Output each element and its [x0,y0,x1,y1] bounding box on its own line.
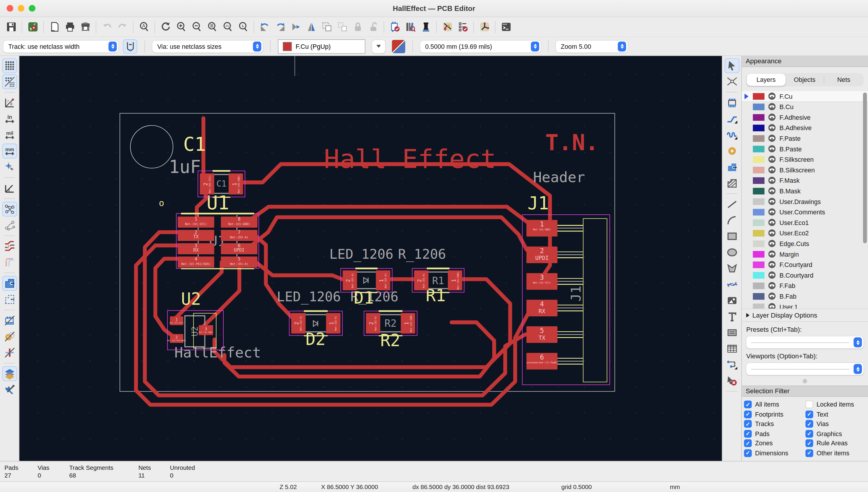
checkbox-checked-icon[interactable] [744,430,752,438]
units-mm-button[interactable]: mm [2,143,17,158]
r1-pad-2[interactable]: 2Net-(D1-K) [414,270,429,290]
crosshair-cursor-button[interactable] [2,159,17,175]
c1-pad-2[interactable]: 2Net-(U1-VCC) [200,173,214,194]
filter-graphics[interactable]: Graphics [805,430,866,438]
highlight-net-button[interactable] [725,74,739,89]
grid-size-select[interactable]: 0.5000 mm (19.69 mils) [420,40,541,52]
presets-select[interactable] [746,337,864,349]
filter-dimensions[interactable]: Dimensions [744,449,804,457]
add-table-button[interactable] [725,341,739,356]
visibility-eye-icon[interactable] [768,219,775,226]
layer-swatch[interactable] [753,293,764,299]
checkbox-checked-icon[interactable] [805,410,813,418]
add-image-button[interactable] [725,293,739,308]
group-button[interactable] [319,19,334,34]
r1-footprint-name[interactable]: R_1206 [398,248,446,261]
board-title-text[interactable]: Hall Effect [324,146,496,172]
layer-row-bmask[interactable]: B.Mask [742,186,868,197]
layer-swatch[interactable] [753,177,764,184]
undo-button[interactable] [99,19,114,34]
layer-row-user1[interactable]: User.1 [742,301,868,309]
r2-pad-1[interactable]: 1Net-(U1-GND) [401,313,415,334]
units-mils-button[interactable]: mil [2,127,17,143]
filter-other-items[interactable]: Other items [805,449,866,457]
filter-zones[interactable]: Zones [744,440,804,447]
visibility-eye-icon[interactable] [768,135,775,142]
ungroup-button[interactable] [335,19,350,34]
sketch-tracks-button[interactable] [2,345,17,360]
j1-pad-3[interactable]: 3Net-(U1-VCC) [526,273,557,290]
header-label[interactable]: Header [533,170,585,184]
u1-pad-8[interactable]: 8Net-(U1-GND) [221,217,258,228]
layer-swatch[interactable] [753,251,764,257]
grid-overrides-button[interactable] [2,74,17,89]
constrain-45-button[interactable] [2,181,17,196]
u2-pad-1[interactable]: 1Net-(U1-VCC) [170,316,183,325]
layer-row-bcourtyard[interactable]: B.Courtyard [742,270,868,280]
zoom-fit-objects-button[interactable] [220,19,235,34]
c1-pad-1[interactable]: 1Net-(U1-GND) [229,173,243,194]
page-settings-button[interactable] [46,19,62,34]
layers-scrollbar[interactable] [863,93,867,244]
layer-swatch[interactable] [753,272,764,278]
tab-nets[interactable]: Nets [824,74,863,86]
visibility-eye-icon[interactable] [768,145,775,153]
j1-pad-4[interactable]: 4RX [526,300,557,316]
unlock-button[interactable] [365,19,381,34]
add-dimension-button[interactable] [725,358,739,372]
checkbox-checked-icon[interactable] [744,440,752,447]
layer-row-fcu[interactable]: F.Cu [742,91,868,102]
footprint-checker-button[interactable] [387,19,402,34]
flip-board-view-button[interactable] [288,19,303,34]
lock-button[interactable] [350,19,365,34]
u1-pad-5[interactable]: 5Net-(D1-A) [221,257,258,268]
draw-bezier-button[interactable] [725,277,739,292]
zone-outlines-button[interactable] [2,292,17,307]
rotate-ccw-button[interactable] [257,19,272,34]
zoom-to-selection-button[interactable] [235,19,251,34]
show-grid-button[interactable] [2,58,17,73]
visibility-eye-icon[interactable] [768,156,775,163]
layer-swatch[interactable] [753,304,764,309]
layer-row-usereco2[interactable]: User.Eco2 [742,228,868,239]
mirror-button[interactable] [304,19,319,34]
visibility-eye-icon[interactable] [768,240,775,247]
visibility-eye-icon[interactable] [768,293,775,300]
rotate-cw-button[interactable] [272,19,288,34]
draw-polygon-button[interactable] [725,261,739,276]
viewports-select[interactable] [746,363,864,375]
filter-tracks[interactable]: Tracks [744,420,804,428]
initials-text[interactable]: T.N. [545,131,599,153]
layer-swatch[interactable] [753,135,764,142]
layer-swatch[interactable] [753,124,764,131]
delete-tool-button[interactable] [725,373,739,389]
checkbox-checked-icon[interactable] [744,420,752,428]
via-size-select[interactable]: Via: use netclass sizes [152,40,263,52]
u1-pad-6[interactable]: 6UPDI [221,243,258,254]
j1-pad-5[interactable]: 5TX [526,326,557,343]
layer-swatch[interactable] [753,93,764,100]
visibility-eye-icon[interactable] [768,282,775,290]
visibility-eye-icon[interactable] [768,303,775,309]
print-button[interactable] [62,19,77,34]
checkbox-checked-icon[interactable] [744,401,752,409]
r1-pad-1[interactable]: 1Net-(U1-GND) [448,270,463,290]
component-r1[interactable]: R1 2Net-(D1-K) 1Net-(U1-GND) [412,268,465,292]
layer-row-margin[interactable]: Margin [742,249,868,260]
component-j1[interactable]: J1 1Net-(U1-GND) 2UPDI 3Net-(U1-VCC) 4RX… [522,214,610,385]
u1-pad-7[interactable]: 7Net-(D2-A) [221,230,258,241]
plot-button[interactable] [77,19,93,34]
filter-text[interactable]: Text [805,410,866,418]
layer-swatch[interactable] [753,156,764,163]
filter-locked-items[interactable]: Locked items [805,401,866,409]
draw-circle-button[interactable] [725,245,739,260]
component-u2[interactable]: U2 1Net-(U1-VCC) 2Net-(U1-PA1/SDA) 3Net-… [167,310,223,350]
d2-pad-2[interactable]: 2Net-(D2-A) [291,313,306,334]
layer-swatch[interactable] [753,103,764,110]
layer-row-fpaste[interactable]: F.Paste [742,133,868,144]
refresh-view-button[interactable] [158,19,173,34]
add-footprint-button[interactable] [725,95,739,110]
visibility-eye-icon[interactable] [768,114,775,121]
sketch-footprints-button[interactable] [2,313,17,328]
j1-pad-2[interactable]: 2UPDI [526,247,557,263]
